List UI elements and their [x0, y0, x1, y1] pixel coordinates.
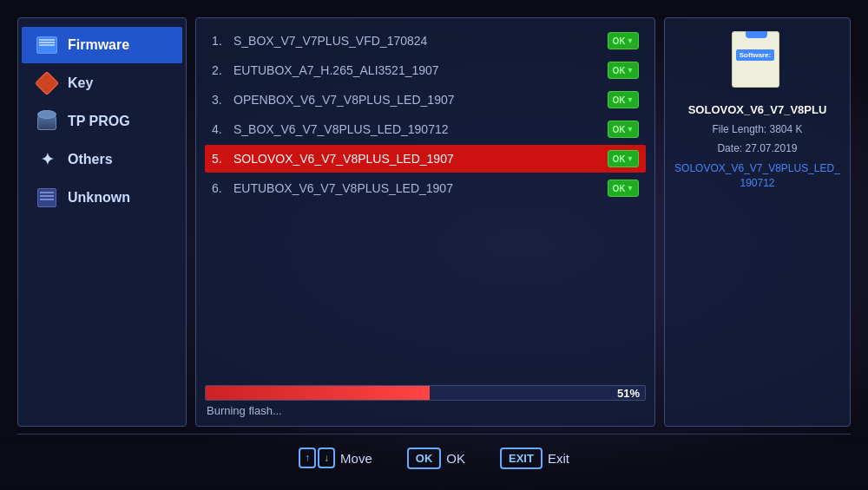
move-label: Move: [340, 451, 372, 466]
file-row-5[interactable]: 5. SOLOVOX_V6_V7_V8PLUS_LED_1907 OK▼: [205, 145, 646, 173]
progress-label: Burning flash...: [205, 404, 646, 417]
sidebar: Firmware Key TP PROG ✦ Others: [17, 17, 187, 427]
file-row-1[interactable]: 1. S_BOX_V7_V7PLUS_VFD_170824 OK▼: [205, 27, 646, 55]
file-name-6: EUTUBOX_V6_V7_V8PLUS_LED_1907: [233, 181, 608, 195]
software-label: Software:: [736, 49, 774, 61]
file-row-4[interactable]: 4. S_BOX_V6_V7_V8PLUS_LED_190712 OK▼: [205, 115, 646, 143]
others-icon: ✦: [35, 150, 59, 169]
file-badge-6: OK▼: [608, 180, 639, 197]
bottom-bar: ↑ ↓ Move OK OK EXIT Exit: [17, 434, 851, 481]
move-keys: ↑ ↓: [299, 448, 335, 468]
file-badge-2: OK▼: [608, 62, 639, 79]
info-file-length: File Length: 3804 K: [712, 123, 802, 135]
file-number-1: 1.: [212, 34, 233, 48]
file-name-1: S_BOX_V7_V7PLUS_VFD_170824: [233, 34, 608, 48]
file-row-3[interactable]: 3. OPENBOX_V6_V7_V8PLUS_LED_1907 OK▼: [205, 86, 646, 114]
control-move: ↑ ↓ Move: [299, 448, 372, 468]
file-badge-5: OK▼: [608, 150, 639, 167]
firmware-icon: [35, 36, 59, 55]
software-icon: Software:: [732, 31, 784, 92]
file-number-5: 5.: [212, 152, 233, 166]
sidebar-item-key[interactable]: Key: [22, 65, 182, 101]
file-badge-3: OK▼: [608, 91, 639, 108]
progress-percent: 51%: [617, 387, 640, 400]
file-number-6: 6.: [212, 181, 233, 195]
progress-bar-container: 51%: [205, 385, 646, 401]
file-list: 1. S_BOX_V7_V7PLUS_VFD_170824 OK▼ 2. EUT…: [205, 27, 646, 376]
file-number-4: 4.: [212, 122, 233, 136]
file-row-6[interactable]: 6. EUTUBOX_V6_V7_V8PLUS_LED_1907 OK▼: [205, 174, 646, 202]
info-date: Date: 27.07.2019: [717, 142, 797, 154]
sidebar-label-key: Key: [68, 75, 93, 91]
exit-key[interactable]: EXIT: [500, 448, 542, 469]
file-number-2: 2.: [212, 63, 233, 77]
file-panel: 1. S_BOX_V7_V7PLUS_VFD_170824 OK▼ 2. EUT…: [195, 17, 655, 427]
ok-key[interactable]: OK: [407, 448, 442, 469]
tpprog-icon: [35, 112, 59, 131]
exit-label: Exit: [548, 451, 569, 466]
file-name-2: EUTUBOX_A7_H.265_ALI3521_1907: [233, 63, 608, 77]
sidebar-item-others[interactable]: ✦ Others: [22, 141, 182, 178]
sidebar-item-firmware[interactable]: Firmware: [22, 27, 182, 63]
file-row-2[interactable]: 2. EUTUBOX_A7_H.265_ALI3521_1907 OK▼: [205, 56, 646, 84]
info-title: SOLOVOX_V6_V7_V8PLU: [688, 103, 827, 116]
file-name-5: SOLOVOX_V6_V7_V8PLUS_LED_1907: [233, 152, 608, 166]
progress-bar-fill: [206, 386, 430, 400]
control-ok: OK OK: [407, 448, 465, 469]
sidebar-item-tpprog[interactable]: TP PROG: [22, 103, 182, 140]
info-panel: Software: SOLOVOX_V6_V7_V8PLU File Lengt…: [664, 17, 851, 427]
file-name-3: OPENBOX_V6_V7_V8PLUS_LED_1907: [233, 93, 608, 107]
file-number-3: 3.: [212, 93, 233, 107]
down-arrow-key[interactable]: ↓: [318, 448, 335, 468]
unknown-icon: [35, 188, 59, 207]
info-link: SOLOVOX_V6_V7_V8PLUS_LED_190712: [674, 161, 841, 191]
up-arrow-key[interactable]: ↑: [299, 448, 316, 468]
sidebar-item-unknown[interactable]: Unknown: [22, 180, 182, 216]
file-name-4: S_BOX_V6_V7_V8PLUS_LED_190712: [233, 122, 608, 136]
progress-area: 51% Burning flash...: [205, 385, 646, 417]
sidebar-label-tpprog: TP PROG: [68, 114, 130, 129]
control-exit: EXIT Exit: [500, 448, 569, 469]
ok-label: OK: [446, 451, 465, 466]
sidebar-label-unknown: Unknown: [68, 190, 130, 206]
sidebar-label-others: Others: [68, 152, 113, 167]
sidebar-label-firmware: Firmware: [68, 37, 129, 53]
key-icon: [35, 74, 59, 93]
file-badge-4: OK▼: [608, 121, 639, 138]
file-badge-1: OK▼: [608, 32, 639, 49]
